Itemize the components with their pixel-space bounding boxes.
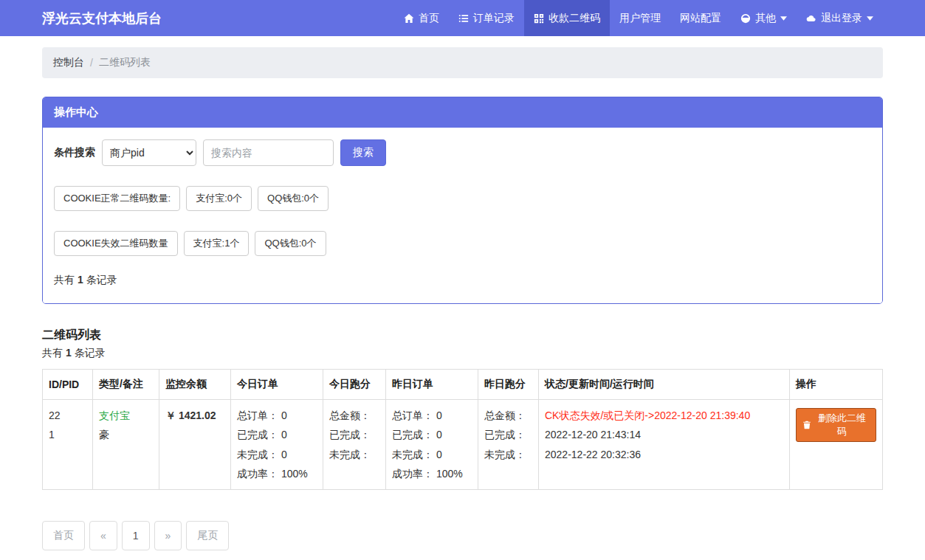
- cookie-normal-qq-button[interactable]: QQ钱包:0个: [258, 186, 329, 211]
- record-count-prefix: 共有: [54, 274, 75, 286]
- pagination-last[interactable]: 尾页: [186, 521, 229, 550]
- brand-title[interactable]: 浮光云支付本地后台: [42, 10, 162, 27]
- cell-status-times: CK状态失效/或已关闭->2022-12-20 21:39:40 2022-12…: [539, 400, 790, 490]
- nav-site-config-label: 网站配置: [680, 12, 721, 25]
- nav-site-config[interactable]: 网站配置: [670, 0, 731, 36]
- ck-status-alert: CK状态失效/或已关闭->2022-12-20 21:39:40: [545, 408, 783, 423]
- breadcrumb-current: 二维码列表: [99, 56, 151, 69]
- today-orders-success-rate: 成功率： 100%: [237, 466, 317, 481]
- nav-user-management-label: 用户管理: [619, 12, 661, 25]
- col-header-yesterday-orders: 昨日订单: [386, 370, 478, 400]
- today-orders-total: 总订单： 0: [237, 408, 317, 423]
- cookie-normal-row: COOKIE正常二维码数量: 支付宝:0个 QQ钱包:0个: [54, 186, 871, 211]
- yesterday-orders-total: 总订单： 0: [392, 408, 472, 423]
- cell-actions: 删除此二维码: [790, 400, 883, 490]
- nav-order-records-label: 订单记录: [473, 12, 515, 25]
- breadcrumb: 控制台 / 二维码列表: [42, 47, 883, 78]
- main-nav: 首页 订单记录 收款二维码 用户管理 网站配置 其他: [394, 0, 883, 36]
- cell-yesterday-orders: 总订单： 0 已完成： 0 未完成： 0 成功率： 100%: [386, 400, 478, 490]
- record-count-suffix: 条记录: [86, 274, 117, 286]
- table-header-row: ID/PID 类型/备注 监控余额 今日订单 今日跑分 昨日订单 昨日跑分 状态…: [43, 370, 883, 400]
- breadcrumb-console-link[interactable]: 控制台: [53, 56, 84, 69]
- monitor-balance: ￥ 1421.02: [165, 409, 216, 421]
- col-header-today-score: 今日跑分: [323, 370, 386, 400]
- list-icon: [458, 13, 469, 24]
- cloud-icon: [806, 13, 816, 24]
- nav-logout-dropdown[interactable]: 退出登录: [797, 0, 883, 36]
- col-header-id-pid: ID/PID: [43, 370, 93, 400]
- cookie-normal-count-button[interactable]: COOKIE正常二维码数量:: [54, 186, 180, 211]
- search-input[interactable]: [203, 139, 334, 166]
- cookie-invalid-row: COOKIE失效二维码数量 支付宝:1个 QQ钱包:0个: [54, 231, 871, 256]
- pagination-prev[interactable]: «: [89, 521, 117, 550]
- chevron-down-icon: [780, 16, 787, 21]
- update-time: 2022-12-20 21:43:14: [545, 427, 783, 442]
- today-score-uncompleted: 未完成：: [329, 447, 379, 462]
- table-row: 22 1 支付宝 豪 ￥ 1421.02 总订单： 0 已完成： 0 未完成： …: [43, 400, 883, 490]
- cell-balance: ￥ 1421.02: [159, 400, 231, 490]
- list-record-count: 共有1条记录: [42, 347, 883, 360]
- search-row: 条件搜索 商户pid 搜索: [54, 139, 871, 166]
- today-orders-uncompleted: 未完成： 0: [237, 447, 317, 462]
- nav-qrcode-label: 收款二维码: [549, 12, 600, 25]
- today-score-total: 总金额：: [329, 408, 379, 423]
- panel-record-count: 共有1条记录: [54, 274, 871, 287]
- search-condition-label: 条件搜索: [54, 146, 95, 159]
- yesterday-orders-success-rate: 成功率： 100%: [392, 466, 472, 481]
- pagination-next[interactable]: »: [154, 521, 182, 550]
- pagination-first[interactable]: 首页: [42, 521, 85, 550]
- delete-qrcode-label: 删除此二维码: [814, 412, 870, 438]
- cell-id-pid: 22 1: [43, 400, 93, 490]
- operation-panel: 操作中心 条件搜索 商户pid 搜索 COOKIE正常二维码数量: 支付宝:0个…: [42, 97, 883, 304]
- qrcode-table: ID/PID 类型/备注 监控余额 今日订单 今日跑分 昨日订单 昨日跑分 状态…: [42, 369, 883, 490]
- qrcode-type: 支付宝: [99, 408, 153, 423]
- cookie-invalid-qq-button[interactable]: QQ钱包:0个: [255, 231, 326, 256]
- cell-yesterday-score: 总金额： 已完成： 未完成：: [478, 400, 539, 490]
- trash-icon: [802, 421, 811, 429]
- yesterday-score-uncompleted: 未完成：: [484, 447, 532, 462]
- yesterday-score-total: 总金额：: [484, 408, 532, 423]
- search-button[interactable]: 搜索: [340, 139, 386, 166]
- run-time: 2022-12-22 20:32:36: [545, 447, 783, 462]
- cell-today-orders: 总订单： 0 已完成： 0 未完成： 0 成功率： 100%: [231, 400, 323, 490]
- list-count-value: 1: [66, 347, 72, 359]
- nav-home[interactable]: 首页: [394, 0, 449, 36]
- nav-other-dropdown[interactable]: 其他: [731, 0, 797, 36]
- qrcode-icon: [534, 13, 544, 24]
- qrcode-remark: 豪: [99, 427, 153, 442]
- record-count-value: 1: [78, 274, 83, 286]
- yesterday-orders-completed: 已完成： 0: [392, 427, 472, 442]
- chevron-down-icon: [867, 16, 873, 21]
- nav-home-label: 首页: [419, 12, 439, 25]
- qrcode-list-title: 二维码列表: [42, 328, 883, 343]
- nav-other-label: 其他: [755, 12, 776, 25]
- qrcode-pid: 1: [49, 427, 86, 442]
- top-navbar: 浮光云支付本地后台 首页 订单记录 收款二维码 用户管理 网站配置: [0, 0, 925, 36]
- col-header-status-times: 状态/更新时间/运行时间: [539, 370, 790, 400]
- cell-type-remark: 支付宝 豪: [93, 400, 159, 490]
- pagination: 首页 « 1 » 尾页: [42, 521, 883, 550]
- yesterday-score-completed: 已完成：: [484, 427, 532, 442]
- yesterday-orders-uncompleted: 未完成： 0: [392, 447, 472, 462]
- nav-order-records[interactable]: 订单记录: [449, 0, 524, 36]
- globe-icon: [740, 13, 751, 24]
- cookie-normal-alipay-button[interactable]: 支付宝:0个: [186, 186, 252, 211]
- nav-user-management[interactable]: 用户管理: [610, 0, 670, 36]
- nav-qrcode[interactable]: 收款二维码: [524, 0, 610, 36]
- qrcode-id: 22: [49, 408, 86, 423]
- delete-qrcode-button[interactable]: 删除此二维码: [796, 408, 876, 442]
- col-header-actions: 操作: [790, 370, 883, 400]
- cookie-invalid-alipay-button[interactable]: 支付宝:1个: [184, 231, 250, 256]
- pagination-page-1[interactable]: 1: [122, 521, 150, 550]
- today-score-completed: 已完成：: [329, 427, 379, 442]
- col-header-type-remark: 类型/备注: [93, 370, 159, 400]
- cell-today-score: 总金额： 已完成： 未完成：: [323, 400, 386, 490]
- col-header-yesterday-score: 昨日跑分: [478, 370, 539, 400]
- list-count-suffix: 条记录: [75, 347, 106, 359]
- breadcrumb-separator: /: [90, 57, 93, 69]
- col-header-balance: 监控余额: [159, 370, 231, 400]
- panel-body: 条件搜索 商户pid 搜索 COOKIE正常二维码数量: 支付宝:0个 QQ钱包…: [43, 128, 882, 303]
- cookie-invalid-count-button[interactable]: COOKIE失效二维码数量: [54, 231, 178, 256]
- home-icon: [404, 13, 414, 24]
- search-field-select[interactable]: 商户pid: [102, 139, 196, 166]
